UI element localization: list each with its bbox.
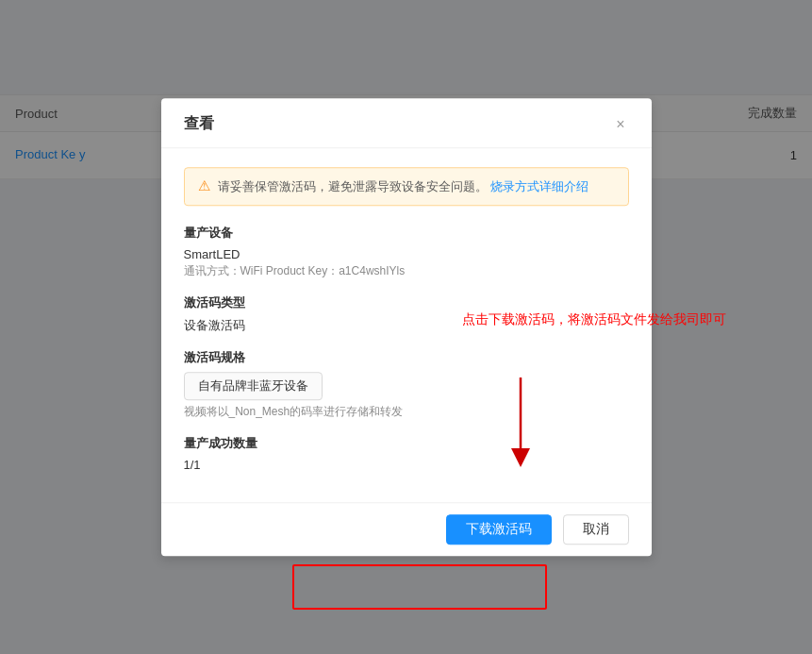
section-device: 量产设备 SmartLED 通讯方式：WiFi Product Key：a1C4…: [184, 225, 629, 279]
section-success-count-value: 1/1: [184, 458, 629, 472]
spec-note: 视频将以_Non_Mesh的码率进行存储和转发: [184, 404, 629, 420]
modal-close-button[interactable]: ×: [612, 113, 628, 136]
warning-link[interactable]: 烧录方式详细介绍: [490, 179, 588, 193]
spec-button: 自有品牌非蓝牙设备: [184, 372, 323, 400]
section-activation-spec-label: 激活码规格: [184, 349, 629, 366]
section-device-sub: 通讯方式：WiFi Product Key：a1C4wshIYls: [184, 263, 629, 279]
warning-banner: ⚠ 请妥善保管激活码，避免泄露导致设备安全问题。 烧录方式详细介绍: [184, 167, 629, 207]
section-device-label: 量产设备: [184, 225, 629, 242]
section-activation-type-label: 激活码类型: [184, 294, 629, 311]
section-activation-spec: 激活码规格 自有品牌非蓝牙设备 视频将以_Non_Mesh的码率进行存储和转发: [184, 349, 629, 420]
section-success-count-label: 量产成功数量: [184, 435, 629, 452]
modal-footer: 下载激活码 取消: [161, 502, 652, 556]
warning-text: 请妥善保管激活码，避免泄露导致设备安全问题。 烧录方式详细介绍: [218, 177, 589, 196]
section-success-count: 量产成功数量 1/1: [184, 435, 629, 472]
modal-header: 查看 ×: [161, 98, 652, 148]
modal-title: 查看: [184, 114, 214, 134]
cancel-button[interactable]: 取消: [563, 514, 629, 545]
download-activation-code-button[interactable]: 下载激活码: [446, 514, 552, 545]
annotation-text: 点击下载激活码，将激活码文件发给我司即可: [462, 311, 726, 328]
section-device-name: SmartLED: [184, 247, 629, 261]
warning-icon: ⚠: [198, 177, 210, 194]
